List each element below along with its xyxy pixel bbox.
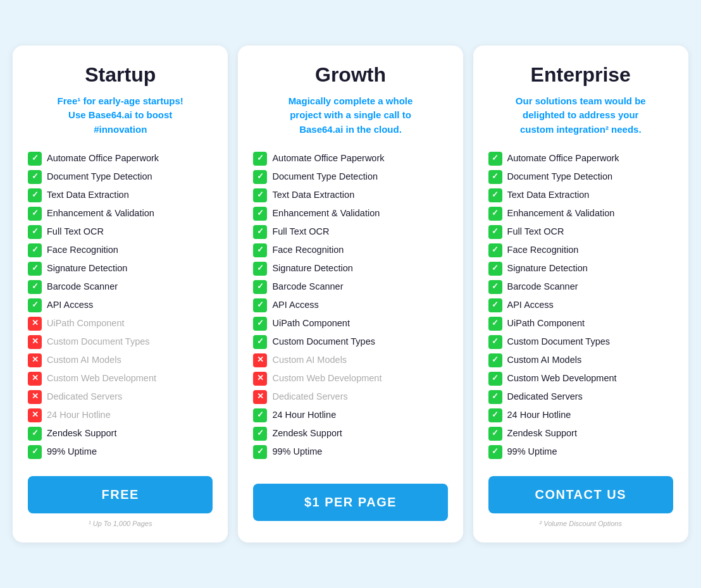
check-icon: ✓: [488, 317, 502, 331]
list-item: ✓99% Uptime: [253, 443, 447, 461]
check-icon: ✓: [28, 280, 42, 294]
list-item: ✓Automate Office Paperwork: [28, 149, 213, 168]
feature-label: API Access: [47, 299, 93, 311]
list-item: ✓Signature Detection: [28, 259, 213, 278]
check-icon: ✓: [488, 207, 502, 221]
list-item: ✓Enhancement & Validation: [488, 204, 673, 223]
cta-button-enterprise[interactable]: CONTACT US: [488, 476, 673, 513]
feature-label: Face Recognition: [272, 244, 344, 256]
x-icon: ✕: [28, 335, 42, 349]
check-icon: ✓: [253, 335, 267, 349]
plan-title-enterprise: Enterprise: [488, 63, 673, 87]
list-item: ✓Custom Web Development: [488, 369, 673, 388]
list-item: ✕Custom Web Development: [28, 369, 213, 388]
check-icon: ✓: [253, 243, 267, 257]
plan-subtitle-startup: Free¹ for early-age startups!Use Base64.…: [28, 94, 213, 137]
feature-label: Custom AI Models: [507, 354, 582, 366]
plan-card-enterprise: EnterpriseOur solutions team would bedel…: [473, 46, 688, 543]
check-icon: ✓: [28, 207, 42, 221]
list-item: ✓Document Type Detection: [488, 168, 673, 186]
check-icon: ✓: [28, 298, 42, 312]
feature-label: UiPath Component: [47, 317, 125, 329]
feature-label: Document Type Detection: [507, 171, 613, 183]
list-item: ✕Custom AI Models: [253, 351, 447, 369]
check-icon: ✓: [253, 317, 267, 331]
feature-label: Full Text OCR: [272, 226, 329, 238]
check-icon: ✓: [253, 188, 267, 202]
list-item: ✓Enhancement & Validation: [253, 204, 447, 223]
x-icon: ✕: [28, 390, 42, 404]
feature-label: Zendesk Support: [47, 427, 116, 439]
check-icon: ✓: [488, 243, 502, 257]
list-item: ✕Custom Web Development: [253, 369, 447, 388]
list-item: ✓Full Text OCR: [28, 223, 213, 241]
list-item: ✕Dedicated Servers: [28, 388, 213, 406]
check-icon: ✓: [28, 445, 42, 459]
cta-button-growth[interactable]: $1 PER PAGE: [253, 484, 447, 521]
feature-label: UiPath Component: [507, 317, 585, 329]
check-icon: ✓: [253, 408, 267, 422]
feature-label: Automate Office Paperwork: [47, 152, 159, 164]
pricing-container: StartupFree¹ for early-age startups!Use …: [13, 46, 688, 543]
check-icon: ✓: [488, 390, 502, 404]
list-item: ✓24 Hour Hotline: [488, 406, 673, 424]
feature-label: Enhancement & Validation: [47, 207, 154, 219]
x-icon: ✕: [253, 353, 267, 367]
feature-label: Zendesk Support: [507, 427, 577, 439]
feature-label: Custom Document Types: [47, 336, 150, 348]
feature-label: Barcode Scanner: [272, 281, 343, 293]
feature-label: 99% Uptime: [507, 446, 557, 458]
check-icon: ✓: [253, 445, 267, 459]
list-item: ✓Text Data Extraction: [28, 186, 213, 204]
check-icon: ✓: [488, 408, 502, 422]
feature-label: Full Text OCR: [507, 226, 564, 238]
list-item: ✓API Access: [488, 296, 673, 314]
list-item: ✕Custom Document Types: [28, 333, 213, 351]
feature-label: Barcode Scanner: [47, 281, 118, 293]
x-icon: ✕: [28, 353, 42, 367]
plan-subtitle-growth: Magically complete a wholeproject with a…: [253, 94, 447, 137]
feature-label: Text Data Extraction: [507, 189, 590, 201]
check-icon: ✓: [253, 298, 267, 312]
feature-label: Dedicated Servers: [507, 391, 583, 403]
check-icon: ✓: [28, 225, 42, 239]
feature-label: Signature Detection: [272, 262, 352, 274]
check-icon: ✓: [488, 372, 502, 386]
feature-label: Face Recognition: [507, 244, 579, 256]
check-icon: ✓: [253, 262, 267, 276]
cta-button-startup[interactable]: FREE: [28, 476, 213, 513]
list-item: ✓Text Data Extraction: [253, 186, 447, 204]
features-list-enterprise: ✓Automate Office Paperwork✓Document Type…: [488, 149, 673, 461]
check-icon: ✓: [488, 280, 502, 294]
feature-label: Zendesk Support: [272, 427, 342, 439]
feature-label: Full Text OCR: [47, 226, 104, 238]
check-icon: ✓: [28, 262, 42, 276]
check-icon: ✓: [488, 335, 502, 349]
feature-label: Dedicated Servers: [272, 391, 347, 403]
list-item: ✓Signature Detection: [253, 259, 447, 278]
list-item: ✓Text Data Extraction: [488, 186, 673, 204]
feature-label: Signature Detection: [507, 262, 588, 274]
x-icon: ✕: [253, 372, 267, 386]
list-item: ✓Face Recognition: [488, 241, 673, 259]
plan-card-growth: GrowthMagically complete a wholeproject …: [238, 46, 462, 543]
check-icon: ✓: [28, 243, 42, 257]
feature-label: Custom Web Development: [507, 372, 617, 384]
list-item: ✓99% Uptime: [488, 443, 673, 461]
check-icon: ✓: [488, 427, 502, 441]
feature-label: Barcode Scanner: [507, 281, 578, 293]
features-list-startup: ✓Automate Office Paperwork✓Document Type…: [28, 149, 213, 461]
plan-title-startup: Startup: [28, 63, 213, 87]
check-icon: ✓: [253, 427, 267, 441]
list-item: ✓Barcode Scanner: [253, 278, 447, 296]
list-item: ✕Dedicated Servers: [253, 388, 447, 406]
list-item: ✓Face Recognition: [253, 241, 447, 259]
feature-label: Custom Document Types: [272, 336, 375, 348]
list-item: ✓Barcode Scanner: [488, 278, 673, 296]
check-icon: ✓: [488, 188, 502, 202]
list-item: ✓Automate Office Paperwork: [488, 149, 673, 168]
feature-label: Custom AI Models: [272, 354, 347, 366]
feature-label: Document Type Detection: [272, 171, 378, 183]
feature-label: API Access: [507, 299, 554, 311]
feature-label: UiPath Component: [272, 317, 350, 329]
